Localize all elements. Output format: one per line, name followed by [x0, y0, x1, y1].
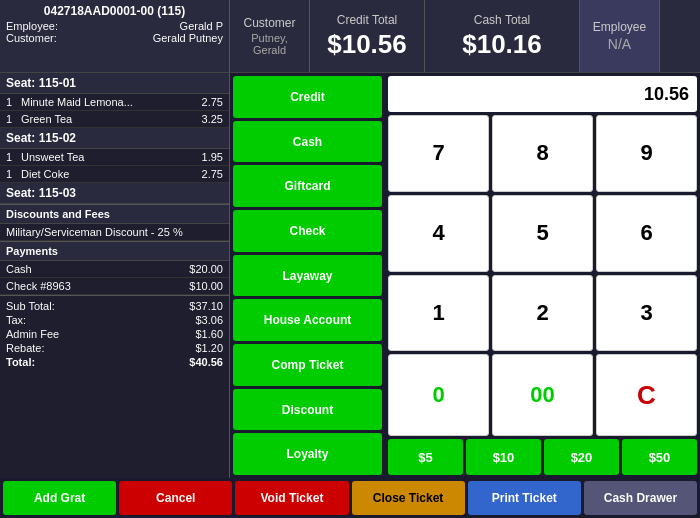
ticket-id: 042718AAD0001-00 (115) [6, 4, 223, 18]
customer-col-name1: Putney, [251, 32, 288, 44]
numpad-4[interactable]: 4 [388, 195, 489, 272]
numpad-clear[interactable]: C [596, 354, 697, 436]
numpad-7[interactable]: 7 [388, 115, 489, 192]
rebate-row: Rebate: $1.20 [6, 341, 223, 355]
employee-label: Employee: [6, 20, 58, 32]
quick-50[interactable]: $50 [622, 439, 697, 475]
seat-3-header: Seat: 115-03 [0, 183, 229, 204]
list-item: 1 Minute Maid Lemona... 2.75 [0, 94, 229, 111]
customer-name: Gerald Putney [153, 32, 223, 44]
numpad-display: 10.56 [388, 76, 697, 112]
employee-name: Gerald P [180, 20, 223, 32]
numpad-grid: 7 8 9 4 5 6 1 2 3 0 00 C [388, 115, 697, 436]
house-account-button[interactable]: House Account [233, 299, 382, 341]
close-ticket-button[interactable]: Close Ticket [352, 481, 465, 515]
discount-button[interactable]: Discount [233, 389, 382, 431]
numpad-00[interactable]: 00 [492, 354, 593, 436]
comp-ticket-button[interactable]: Comp Ticket [233, 344, 382, 386]
payment-cash: Cash $20.00 [0, 261, 229, 278]
cash-label: Cash Total [474, 13, 530, 27]
numpad-2[interactable]: 2 [492, 275, 593, 352]
admin-fee-row: Admin Fee $1.60 [6, 327, 223, 341]
quick-10[interactable]: $10 [466, 439, 541, 475]
cash-value: $10.16 [462, 29, 542, 60]
loyalty-button[interactable]: Loyalty [233, 433, 382, 475]
cash-button[interactable]: Cash [233, 121, 382, 163]
add-grat-button[interactable]: Add Grat [3, 481, 116, 515]
quick-20[interactable]: $20 [544, 439, 619, 475]
layaway-button[interactable]: Layaway [233, 255, 382, 297]
total-row: Total: $40.56 [6, 355, 223, 369]
seat-2-header: Seat: 115-02 [0, 128, 229, 149]
discounts-header: Discounts and Fees [0, 204, 229, 224]
subtotal-row: Sub Total: $37.10 [6, 299, 223, 313]
quick-5[interactable]: $5 [388, 439, 463, 475]
numpad-5[interactable]: 5 [492, 195, 593, 272]
numpad-3[interactable]: 3 [596, 275, 697, 352]
numpad-1[interactable]: 1 [388, 275, 489, 352]
void-ticket-button[interactable]: Void Ticket [235, 481, 348, 515]
totals-section: Sub Total: $37.10 Tax: $3.06 Admin Fee $… [0, 295, 229, 372]
list-item: 1 Green Tea 3.25 [0, 111, 229, 128]
customer-col-label: Customer [243, 16, 295, 30]
discount-item: Military/Serviceman Discount - 25 % [0, 224, 229, 241]
list-item: 1 Unsweet Tea 1.95 [0, 149, 229, 166]
payment-check: Check #8963 $10.00 [0, 278, 229, 295]
customer-col-name2: Gerald [253, 44, 286, 56]
customer-label: Customer: [6, 32, 57, 44]
list-item: 1 Diet Coke 2.75 [0, 166, 229, 183]
giftcard-button[interactable]: Giftcard [233, 165, 382, 207]
employee-col-value: N/A [608, 36, 631, 52]
footer: Add Grat Cancel Void Ticket Close Ticket… [0, 478, 700, 518]
cash-drawer-button[interactable]: Cash Drawer [584, 481, 697, 515]
credit-button[interactable]: Credit [233, 76, 382, 118]
numpad-6[interactable]: 6 [596, 195, 697, 272]
employee-col-label: Employee [593, 20, 646, 34]
tax-row: Tax: $3.06 [6, 313, 223, 327]
print-ticket-button[interactable]: Print Ticket [468, 481, 581, 515]
check-button[interactable]: Check [233, 210, 382, 252]
cancel-button[interactable]: Cancel [119, 481, 232, 515]
numpad-panel: 10.56 7 8 9 4 5 6 1 2 3 0 00 C $5 $10 $2… [385, 73, 700, 478]
credit-value: $10.56 [327, 29, 407, 60]
order-panel: Seat: 115-01 1 Minute Maid Lemona... 2.7… [0, 73, 230, 478]
quick-amount-buttons: $5 $10 $20 $50 [388, 439, 697, 475]
numpad-8[interactable]: 8 [492, 115, 593, 192]
seat-1-header: Seat: 115-01 [0, 73, 229, 94]
numpad-0[interactable]: 0 [388, 354, 489, 436]
payments-header: Payments [0, 241, 229, 261]
credit-label: Credit Total [337, 13, 397, 27]
numpad-9[interactable]: 9 [596, 115, 697, 192]
payment-methods-panel: Credit Cash Giftcard Check Layaway House… [230, 73, 385, 478]
